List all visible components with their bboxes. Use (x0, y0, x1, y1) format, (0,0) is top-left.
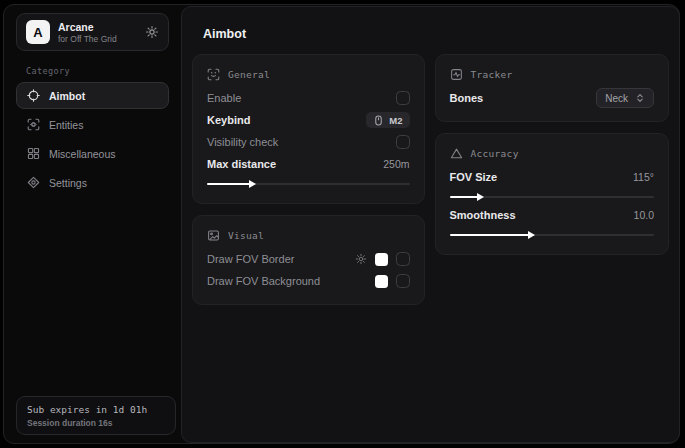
app-title: Arcane (58, 21, 117, 33)
fov-background-color-swatch[interactable] (375, 275, 388, 288)
sub-expiry-text: Sub expires in 1d 01h (27, 404, 165, 415)
bones-select[interactable]: Neck (596, 88, 654, 108)
triangle-icon (450, 147, 463, 160)
fov-border-settings-gear-icon[interactable] (355, 253, 367, 265)
keybind-label: Keybind (207, 114, 250, 126)
visibility-check-label: Visibility check (207, 136, 278, 148)
session-duration-text: Session duration 16s (27, 418, 165, 428)
keybind-value: M2 (389, 115, 402, 126)
draw-fov-border-checkbox[interactable] (396, 252, 410, 266)
smoothness-row: Smoothness 10.0 (450, 204, 655, 226)
main-panel: Aimbot General (181, 6, 680, 443)
tracker-card: Tracker Bones Neck (435, 54, 670, 122)
visibility-check-checkbox[interactable] (396, 135, 410, 149)
sidebar-item-label: Settings (49, 177, 87, 189)
crosshair-icon (27, 89, 40, 102)
enable-checkbox[interactable] (396, 91, 410, 105)
sidebar-item-entities[interactable]: Entities (16, 111, 169, 138)
fov-border-color-swatch[interactable] (375, 253, 388, 266)
sidebar-item-settings[interactable]: Settings (16, 169, 169, 196)
accuracy-card: Accuracy FOV Size 115° Smoothness 10.0 (435, 133, 670, 255)
max-distance-value: 250m (383, 158, 409, 170)
max-distance-slider[interactable] (207, 183, 410, 185)
max-distance-row: Max distance 250m (207, 153, 410, 175)
card-title: General (228, 69, 270, 80)
settings-diamond-icon (27, 176, 40, 189)
app-window: A Arcane for Off The Grid Category (3, 4, 680, 444)
app-header-card: A Arcane for Off The Grid (16, 13, 169, 51)
fov-size-row: FOV Size 115° (450, 166, 655, 188)
sidebar-item-aimbot[interactable]: Aimbot (16, 82, 169, 109)
category-label: Category (26, 66, 169, 76)
grid-boxes-icon (27, 147, 40, 160)
visibility-check-row: Visibility check (207, 131, 410, 153)
activity-square-icon (450, 68, 463, 81)
draw-fov-border-row: Draw FOV Border (207, 248, 410, 270)
sidebar-item-label: Entities (49, 119, 83, 131)
visual-card: Visual Draw FOV Border (192, 215, 425, 305)
draw-fov-background-checkbox[interactable] (396, 274, 410, 288)
enable-row: Enable (207, 87, 410, 109)
draw-fov-border-label: Draw FOV Border (207, 253, 294, 265)
keybind-button[interactable]: M2 (366, 112, 409, 128)
draw-fov-background-row: Draw FOV Background (207, 270, 410, 292)
mouse-icon (373, 115, 384, 126)
smoothness-value: 10.0 (634, 209, 654, 221)
fov-size-value: 115° (633, 171, 654, 183)
chevrons-up-down-icon (635, 93, 645, 103)
draw-fov-background-label: Draw FOV Background (207, 275, 320, 287)
bones-row: Bones Neck (450, 87, 655, 109)
sidebar-item-miscellaneous[interactable]: Miscellaneous (16, 140, 169, 167)
sidebar-nav: Aimbot Entities Miscella (16, 82, 169, 196)
enable-label: Enable (207, 92, 241, 104)
smoothness-slider[interactable] (450, 234, 655, 236)
subscription-info-card: Sub expires in 1d 01h Session duration 1… (16, 396, 176, 435)
keybind-row: Keybind M2 (207, 109, 410, 131)
fov-size-slider[interactable] (450, 196, 655, 198)
page-title: Aimbot (203, 27, 669, 41)
sidebar: A Arcane for Off The Grid Category (4, 5, 181, 443)
app-subtitle: for Off The Grid (58, 34, 117, 44)
slider-fill[interactable] (450, 234, 530, 236)
slider-fill[interactable] (207, 183, 250, 185)
card-title: Visual (228, 230, 264, 241)
fov-size-label: FOV Size (450, 171, 498, 183)
bones-label: Bones (450, 92, 484, 104)
bones-selected-value: Neck (605, 93, 628, 104)
card-title: Accuracy (471, 148, 519, 159)
slider-fill[interactable] (450, 196, 479, 198)
scan-face-icon (207, 68, 220, 81)
max-distance-label: Max distance (207, 158, 276, 170)
sidebar-item-label: Aimbot (49, 90, 85, 102)
app-logo: A (26, 20, 50, 44)
sidebar-item-label: Miscellaneous (49, 148, 116, 160)
card-title: Tracker (471, 69, 513, 80)
smoothness-label: Smoothness (450, 209, 516, 221)
image-icon (207, 229, 220, 242)
general-card: General Enable Keybind (192, 54, 425, 204)
scan-eye-icon (27, 118, 40, 131)
gear-icon[interactable] (145, 25, 159, 39)
